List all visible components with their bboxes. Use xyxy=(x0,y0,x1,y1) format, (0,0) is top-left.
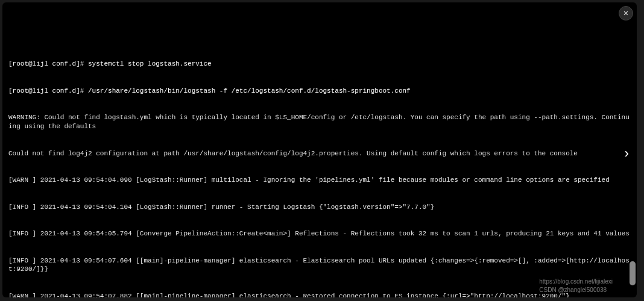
log-line: Could not find log4j2 configuration at p… xyxy=(8,149,631,158)
scrollbar-thumb[interactable] xyxy=(630,261,636,285)
log-line: [INFO ] 2021-04-13 09:54:05.794 [Converg… xyxy=(8,229,631,238)
prompt-line-2: [root@lijl conf.d]# /usr/share/logstash/… xyxy=(8,87,631,96)
terminal-window[interactable]: ✕ › [root@lijl conf.d]# systemctl stop l… xyxy=(2,2,637,297)
watermark-text: https://blog.csdn.net/lijialexi CSDN @zh… xyxy=(539,278,613,294)
log-line: WARNING: Could not find logstash.yml whi… xyxy=(8,113,631,131)
log-line: [INFO ] 2021-04-13 09:54:04.104 [LogStas… xyxy=(8,203,631,212)
log-line: [WARN ] 2021-04-13 09:54:07.882 [[main]-… xyxy=(8,292,631,297)
log-line: [WARN ] 2021-04-13 09:54:04.090 [LogStas… xyxy=(8,176,631,185)
log-line: [INFO ] 2021-04-13 09:54:07.604 [[main]-… xyxy=(8,256,631,275)
prompt-line-1: [root@lijl conf.d]# systemctl stop logst… xyxy=(8,60,631,69)
close-icon[interactable]: ✕ xyxy=(619,6,633,20)
chevron-right-icon[interactable]: › xyxy=(620,147,633,163)
